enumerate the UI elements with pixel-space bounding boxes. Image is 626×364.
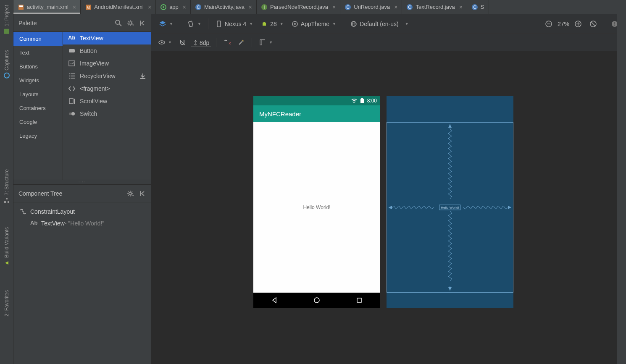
zoom-fit-button[interactable] — [587, 18, 600, 29]
tree-node-constraintlayout[interactable]: ConstraintLayout — [13, 206, 151, 217]
svg-text:▾: ▾ — [132, 24, 134, 26]
gutter-structure[interactable]: 7: Structure — [3, 166, 10, 207]
close-icon[interactable]: × — [73, 4, 76, 10]
blueprint-textview[interactable]: Hello World! — [439, 205, 460, 210]
autoconnect-toggle[interactable] — [177, 37, 188, 48]
tab-uri-record[interactable]: C UriRecord.java × — [340, 0, 402, 14]
collapse-icon[interactable] — [138, 19, 146, 27]
device-selector[interactable]: Nexus 4 ▼ — [213, 18, 255, 29]
locale-selector[interactable]: Default (en-us) ▼ — [347, 18, 411, 29]
constraint-spring-left — [389, 205, 437, 209]
interface-file-icon: I — [261, 4, 268, 10]
blueprint-layout[interactable]: Hello World! — [387, 122, 513, 293]
svg-point-10 — [163, 6, 164, 8]
design-surface-selector[interactable]: ▼ — [156, 18, 176, 29]
palette-cat-legacy[interactable]: Legacy — [13, 129, 63, 143]
widget-fragment[interactable]: <fragment> — [63, 82, 151, 95]
tab-cut[interactable]: C S — [467, 0, 489, 14]
collapse-icon[interactable] — [138, 190, 146, 197]
palette-cat-layouts[interactable]: Layouts — [13, 87, 63, 101]
chevron-down-icon: ▼ — [249, 22, 253, 26]
battery-icon — [359, 98, 365, 104]
gear-icon[interactable]: ▾ — [126, 190, 134, 197]
widget-label: RecyclerView — [80, 73, 116, 79]
palette-cat-containers[interactable]: Containers — [13, 101, 63, 115]
widget-scrollview[interactable]: ScrollView — [63, 95, 151, 107]
svg-text:C: C — [473, 5, 476, 10]
chevron-down-icon: ▼ — [269, 40, 273, 45]
widget-label: Switch — [80, 110, 97, 117]
textview-icon: Ab — [30, 220, 38, 227]
tab-main-activity[interactable]: C MainActivity.java × — [191, 0, 257, 14]
tab-manifest[interactable]: M AndroidManifest.xml × — [81, 0, 156, 14]
class-file-icon: C — [345, 4, 351, 10]
close-icon[interactable]: × — [332, 4, 336, 10]
widget-switch[interactable]: Switch — [63, 107, 151, 120]
tab-app[interactable]: app × — [156, 0, 191, 14]
search-icon[interactable] — [115, 19, 122, 27]
palette-cat-buttons[interactable]: Buttons — [13, 60, 63, 73]
textview-icon: Ab — [68, 34, 76, 42]
guidelines[interactable]: ▼ — [257, 37, 274, 48]
orientation-selector[interactable]: ▼ — [184, 18, 204, 29]
close-icon[interactable]: × — [183, 4, 186, 10]
close-icon[interactable]: × — [459, 4, 463, 10]
tab-label: app — [169, 4, 179, 10]
close-icon[interactable]: × — [148, 4, 151, 10]
gutter-project[interactable]: 1: Project — [3, 2, 10, 38]
phone-icon — [215, 20, 223, 28]
svg-line-57 — [591, 22, 595, 26]
nav-home-icon[interactable] — [313, 296, 321, 304]
gutter-build-variants[interactable]: Build Variants — [3, 224, 10, 270]
palette-cat-widgets[interactable]: Widgets — [13, 73, 63, 87]
nav-back-icon[interactable] — [271, 296, 278, 304]
widget-imageview[interactable]: ImageView — [63, 57, 151, 70]
widget-recyclerview[interactable]: RecyclerView — [63, 70, 151, 82]
download-icon[interactable] — [139, 72, 147, 80]
gutter-label: 2: Favorites — [4, 290, 10, 317]
widget-label: TextView — [80, 35, 103, 42]
svg-marker-75 — [508, 206, 511, 209]
gear-icon[interactable]: ▾ — [126, 19, 134, 27]
tree-node-textview[interactable]: Ab TextView- "Hello World!" — [13, 217, 151, 229]
tab-label: TextRecord.java — [416, 4, 455, 10]
device-preview: 8:00 MyNFCReader Hello World! — [253, 96, 380, 308]
svg-rect-35 — [69, 99, 73, 104]
clear-constraints[interactable]: × — [221, 37, 232, 48]
nav-recent-icon[interactable] — [355, 296, 363, 304]
app-content[interactable]: Hello World! — [253, 122, 380, 293]
tab-text-record[interactable]: C TextRecord.java × — [402, 0, 467, 14]
main-area: Palette ▾ Common Text Buttons Widgets La… — [13, 14, 626, 364]
theme-icon — [291, 20, 299, 28]
chevron-down-icon: ▼ — [169, 22, 173, 26]
widget-textview[interactable]: Ab TextView — [63, 32, 151, 45]
gutter-favorites[interactable]: 2: Favorites — [4, 287, 10, 320]
design-canvas[interactable]: 8:00 MyNFCReader Hello World! — [151, 51, 626, 364]
panel-divider[interactable]: :::: — [13, 180, 151, 185]
tab-activity-main[interactable]: activity_main.xml × — [13, 0, 81, 14]
gutter-captures[interactable]: Captures — [3, 47, 10, 82]
theme-selector[interactable]: AppTheme ▼ — [289, 18, 339, 29]
chevron-down-icon: ▼ — [332, 22, 336, 26]
tab-parsed-ndef[interactable]: I ParsedNdefRecord.java × — [257, 0, 340, 14]
api-selector[interactable]: 28 ▼ — [258, 18, 286, 29]
close-icon[interactable]: × — [394, 4, 397, 10]
chevron-down-icon: ▼ — [280, 22, 284, 26]
svg-text:C: C — [408, 5, 411, 10]
svg-rect-26 — [69, 49, 75, 52]
tab-label: AndroidManifest.xml — [94, 4, 144, 10]
close-icon[interactable]: × — [249, 4, 252, 10]
infer-constraints[interactable] — [236, 37, 247, 48]
zoom-out-button[interactable] — [542, 18, 555, 29]
widget-button[interactable]: Button — [63, 45, 151, 57]
zoom-in-button[interactable] — [572, 18, 584, 29]
content-textview[interactable]: Hello World! — [303, 204, 330, 210]
palette-categories: Common Text Buttons Widgets Layouts Cont… — [13, 32, 63, 180]
palette-cat-google[interactable]: Google — [13, 115, 63, 129]
default-margin[interactable]: 8dp — [191, 38, 211, 47]
palette-cat-common[interactable]: Common — [13, 32, 63, 46]
palette-body: Common Text Buttons Widgets Layouts Cont… — [13, 32, 151, 180]
palette-cat-text[interactable]: Text — [13, 46, 63, 60]
gutter-label: Build Variants — [4, 227, 10, 258]
view-options[interactable]: ▼ — [156, 37, 174, 48]
